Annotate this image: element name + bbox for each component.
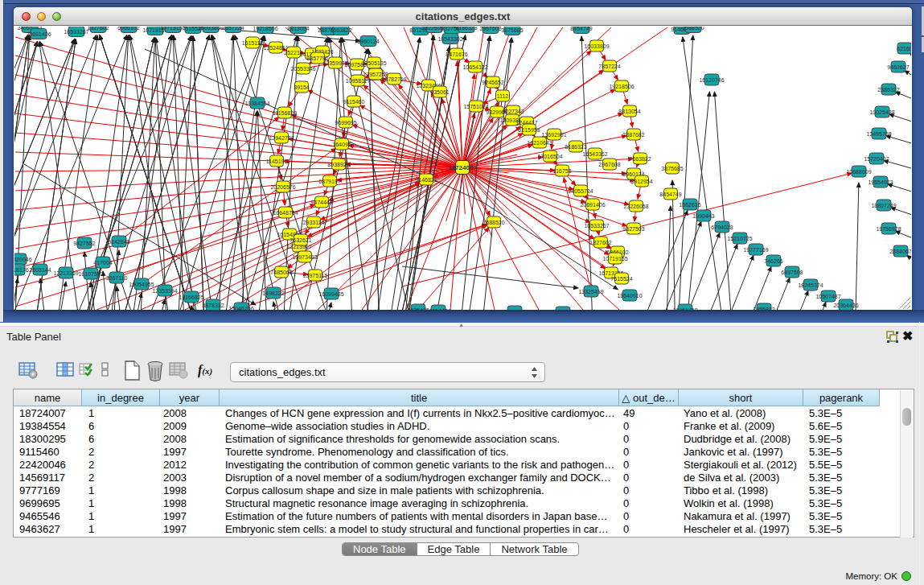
svg-text:16107552: 16107552 [78, 271, 103, 277]
svg-text:1588520: 1588520 [483, 220, 504, 225]
svg-text:1145195: 1145195 [266, 159, 288, 164]
svg-text:746266: 746266 [764, 258, 782, 264]
svg-text:19218506: 19218506 [253, 27, 277, 31]
svg-text:10507487: 10507487 [815, 294, 840, 299]
svg-text:9327503: 9327503 [622, 226, 644, 232]
svg-text:15751074: 15751074 [463, 104, 488, 109]
svg-text:2884067: 2884067 [889, 249, 911, 254]
svg-text:1588520: 1588520 [682, 27, 704, 31]
svg-text:2887682: 2887682 [622, 132, 644, 138]
svg-text:15046766: 15046766 [228, 306, 253, 311]
svg-text:9242848: 9242848 [108, 239, 129, 245]
svg-text:24055724: 24055724 [568, 188, 593, 194]
svg-text:19166825: 19166825 [179, 295, 203, 300]
svg-text:13325419: 13325419 [578, 289, 603, 295]
svg-text:6966102: 6966102 [117, 27, 139, 31]
svg-text:19384554: 19384554 [244, 101, 269, 106]
svg-text:16914479: 16914479 [425, 308, 450, 311]
svg-text:11156829: 11156829 [273, 110, 297, 116]
svg-text:16033809: 16033809 [198, 27, 223, 31]
svg-text:417004: 417004 [93, 260, 112, 266]
svg-text:20206576: 20206576 [270, 184, 295, 190]
svg-text:18807249: 18807249 [871, 203, 896, 208]
svg-text:12353394: 12353394 [152, 288, 177, 294]
svg-text:16120746: 16120746 [699, 77, 724, 83]
svg-text:16543362: 16543362 [582, 151, 607, 157]
svg-text:1498222: 1498222 [262, 290, 284, 296]
svg-text:9474444: 9474444 [310, 200, 332, 205]
svg-text:7857224: 7857224 [222, 27, 244, 31]
svg-text:8813054: 8813054 [618, 109, 640, 114]
svg-text:16961758: 16961758 [672, 307, 697, 311]
svg-text:16648784: 16648784 [273, 210, 298, 216]
svg-text:13975115: 13975115 [303, 273, 328, 278]
svg-text:13710485: 13710485 [502, 309, 527, 311]
svg-text:16210643: 16210643 [527, 140, 552, 146]
svg-text:9463627: 9463627 [887, 64, 909, 70]
svg-text:8186323: 8186323 [565, 144, 586, 150]
svg-text:7632621: 7632621 [290, 237, 311, 243]
svg-text:1327602: 1327602 [589, 240, 611, 245]
svg-text:19756928: 19756928 [876, 226, 901, 232]
svg-text:20691406: 20691406 [26, 31, 51, 37]
svg-text:16533267: 16533267 [64, 29, 88, 35]
svg-text:7663822: 7663822 [629, 156, 651, 162]
svg-text:10688609: 10688609 [846, 169, 871, 175]
svg-text:10719155: 10719155 [602, 256, 627, 262]
svg-text:8912954: 8912954 [630, 179, 652, 184]
svg-text:1562615: 1562615 [679, 202, 700, 208]
svg-text:7515524: 7515524 [610, 276, 632, 282]
svg-text:25300215: 25300215 [550, 310, 575, 311]
svg-text:19654923: 19654923 [868, 179, 893, 185]
svg-text:10025438: 10025438 [869, 109, 894, 115]
svg-text:2718176: 2718176 [14, 267, 29, 273]
svg-text:18724007: 18724007 [448, 164, 477, 171]
svg-text:164095: 164095 [332, 142, 351, 147]
svg-text:17016504: 17016504 [537, 154, 562, 159]
svg-text:8471676: 8471676 [446, 51, 467, 57]
svg-text:39154: 39154 [294, 84, 310, 90]
svg-text:18245374: 18245374 [798, 282, 823, 288]
svg-text:19054955: 19054955 [129, 282, 154, 287]
svg-text:15720407: 15720407 [864, 156, 889, 162]
svg-text:2803144: 2803144 [29, 267, 51, 273]
svg-text:22420046: 22420046 [14, 257, 32, 262]
svg-text:6497508: 6497508 [781, 270, 803, 275]
svg-text:10973493: 10973493 [292, 254, 317, 260]
svg-text:1112: 1112 [497, 93, 509, 99]
svg-text:9146821: 9146821 [415, 177, 437, 183]
svg-text:62160: 62160 [897, 46, 911, 51]
svg-text:7955812: 7955812 [753, 307, 774, 311]
svg-text:9427552: 9427552 [73, 241, 95, 246]
svg-text:2967608: 2967608 [479, 27, 501, 31]
svg-text:9115460: 9115460 [343, 99, 365, 105]
svg-text:6794028: 6794028 [711, 225, 733, 230]
svg-text:16782759: 16782759 [381, 76, 406, 82]
svg-text:8960124: 8960124 [357, 39, 379, 44]
svg-text:13495768: 13495768 [866, 131, 891, 137]
svg-text:10654122: 10654122 [462, 64, 487, 70]
svg-text:20364436: 20364436 [833, 303, 858, 308]
svg-text:10958117: 10958117 [346, 78, 371, 84]
svg-text:12505135: 12505135 [361, 60, 386, 66]
svg-text:935061: 935061 [430, 89, 449, 95]
svg-text:8938923: 8938923 [327, 162, 349, 167]
svg-text:19777169: 19777169 [743, 247, 768, 253]
svg-text:2933114: 2933114 [303, 220, 325, 225]
svg-text:12942737: 12942737 [269, 135, 294, 141]
svg-text:3875685: 3875685 [661, 166, 683, 171]
svg-text:1615112: 1615112 [242, 40, 264, 46]
svg-text:12213369: 12213369 [53, 270, 78, 276]
svg-text:6879197: 6879197 [318, 179, 340, 184]
svg-text:16543362: 16543362 [437, 36, 462, 42]
svg-text:3267110: 3267110 [106, 275, 128, 281]
svg-text:20553346: 20553346 [290, 66, 315, 72]
svg-text:7857224: 7857224 [598, 64, 620, 69]
svg-text:8878312: 8878312 [202, 303, 224, 308]
svg-text:3875685: 3875685 [501, 27, 523, 33]
svg-text:3215958: 3215958 [518, 127, 540, 133]
svg-text:18640910: 18640910 [617, 293, 642, 299]
svg-text:8186323: 8186323 [455, 27, 477, 31]
svg-text:116753: 116753 [553, 168, 572, 174]
svg-text:9245652: 9245652 [482, 80, 503, 85]
